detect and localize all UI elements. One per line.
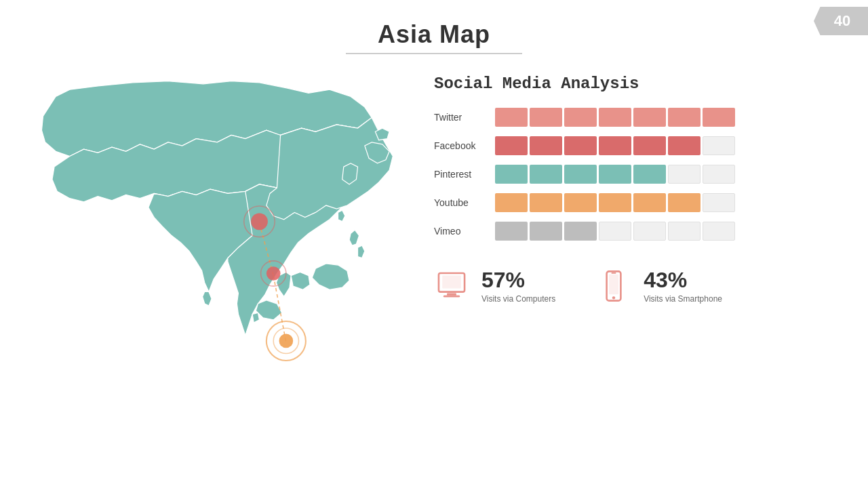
asia-map-svg <box>14 68 407 420</box>
computer-label: Visits via Computers <box>481 294 555 304</box>
bar-label-pinterest: Pinterest <box>434 169 495 180</box>
phone-icon <box>596 268 631 304</box>
bar-seg <box>703 108 735 127</box>
bar-seg <box>668 108 701 127</box>
bar-track-vimeo <box>495 222 735 241</box>
smartphone-label: Visits via Smartphone <box>644 294 722 304</box>
bar-seg <box>530 165 562 184</box>
bar-seg <box>495 108 528 127</box>
bar-seg <box>564 193 597 212</box>
bar-track-youtube <box>495 193 735 212</box>
smartphone-stat-text: 43% Visits via Smartphone <box>644 268 722 304</box>
bar-seg <box>668 193 701 212</box>
bar-seg <box>633 193 666 212</box>
bar-seg <box>564 165 597 184</box>
bar-seg <box>703 136 735 155</box>
smartphone-percent: 43% <box>644 268 722 293</box>
bar-track-facebook <box>495 136 735 155</box>
bar-seg <box>599 136 631 155</box>
bar-seg <box>633 108 666 127</box>
bar-seg <box>703 222 735 241</box>
bar-seg <box>633 222 666 241</box>
svg-rect-12 <box>443 295 460 297</box>
svg-rect-14 <box>609 274 618 293</box>
smartphone-stat: 43% Visits via Smartphone <box>596 268 722 304</box>
bar-seg <box>564 108 597 127</box>
bar-seg <box>668 222 701 241</box>
page-title: Asia Map <box>0 20 868 49</box>
svg-rect-10 <box>442 275 461 288</box>
page-number: 40 <box>814 7 868 35</box>
bar-label-twitter: Twitter <box>434 112 495 123</box>
svg-rect-16 <box>612 272 616 274</box>
bar-label-vimeo: Vimeo <box>434 226 495 237</box>
right-panel: Social Media Analysis Twitter Facebook <box>407 68 841 304</box>
svg-point-8 <box>279 334 294 348</box>
bar-seg <box>495 222 528 241</box>
bar-track-twitter <box>495 108 735 127</box>
bar-seg <box>703 193 735 212</box>
svg-point-3 <box>251 213 268 230</box>
page-title-area: Asia Map <box>0 0 868 54</box>
computer-icon <box>434 268 469 304</box>
bar-seg <box>599 222 631 241</box>
bar-seg <box>633 165 666 184</box>
svg-point-5 <box>267 266 281 281</box>
bar-seg <box>668 136 701 155</box>
bar-label-facebook: Facebook <box>434 140 495 151</box>
map-area <box>14 68 407 420</box>
bar-seg <box>599 165 631 184</box>
computer-stat-text: 57% Visits via Computers <box>481 268 555 304</box>
social-media-title: Social Media Analysis <box>434 75 841 93</box>
bar-seg <box>564 136 597 155</box>
bar-seg <box>599 193 631 212</box>
bar-row-vimeo: Vimeo <box>434 222 841 241</box>
bar-seg <box>530 193 562 212</box>
svg-point-15 <box>612 296 615 299</box>
bar-label-youtube: Youtube <box>434 197 495 208</box>
bar-seg <box>530 108 562 127</box>
computer-percent: 57% <box>481 268 555 293</box>
bar-seg <box>564 222 597 241</box>
bar-seg <box>495 165 528 184</box>
bar-row-pinterest: Pinterest <box>434 165 841 184</box>
bar-seg <box>599 108 631 127</box>
bar-row-youtube: Youtube <box>434 193 841 212</box>
bar-seg <box>530 136 562 155</box>
bar-seg <box>530 222 562 241</box>
bar-row-twitter: Twitter <box>434 108 841 127</box>
bar-track-pinterest <box>495 165 735 184</box>
bar-seg <box>495 193 528 212</box>
bar-seg <box>633 136 666 155</box>
bar-seg <box>495 136 528 155</box>
stats-row: 57% Visits via Computers 43% Visits via … <box>434 268 841 304</box>
svg-rect-11 <box>447 293 456 295</box>
bar-row-facebook: Facebook <box>434 136 841 155</box>
bar-seg <box>703 165 735 184</box>
bar-seg <box>668 165 701 184</box>
computer-stat: 57% Visits via Computers <box>434 268 555 304</box>
main-content: Social Media Analysis Twitter Facebook <box>0 54 868 420</box>
